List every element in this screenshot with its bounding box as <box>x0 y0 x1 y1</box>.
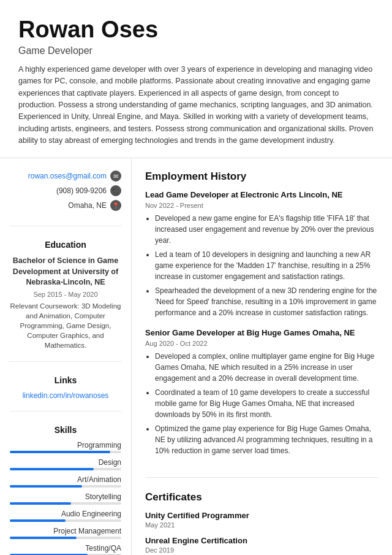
cert-date: May 2021 <box>145 521 379 529</box>
skill-bar-bg <box>10 502 121 505</box>
skill-bar-fill <box>10 468 94 470</box>
edu-dates: Sep 2015 - May 2020 <box>10 291 121 298</box>
skills-section: Skills Programming Design Art/Animation … <box>10 425 121 555</box>
links-title: Links <box>10 375 121 385</box>
skill-bar-bg <box>10 468 121 470</box>
job-block: Senior Game Developer at Big Huge Games … <box>145 328 379 456</box>
certificates-title: Certificates <box>145 491 379 503</box>
candidate-name: Rowan Oses <box>18 17 374 43</box>
job-title: Game Developer <box>18 45 374 56</box>
header-section: Rowan Oses Game Developer A highly exper… <box>0 0 392 158</box>
main-body: rowan.oses@gmail.com ✉ (908) 909-9206 📞 … <box>0 158 392 555</box>
skill-bar-bg <box>10 519 121 522</box>
cert-name: Unity Certified Programmer <box>145 511 379 520</box>
job-bullet: Coordinated a team of 10 game developers… <box>155 387 379 420</box>
skill-bar-bg <box>10 485 121 488</box>
job-bullets: Developed a complex, online multiplayer … <box>145 351 379 456</box>
cert-name: Unreal Engine Certification <box>145 536 379 545</box>
skill-bar-fill <box>10 537 77 539</box>
job-bullet: Led a team of 10 developers in designing… <box>155 249 379 282</box>
job-bullet: Spearheaded the development of a new 3D … <box>155 285 379 318</box>
coursework-label: Relevant Coursework: <box>10 302 80 310</box>
skill-item: Design <box>10 458 121 470</box>
location-icon: 📍 <box>110 200 121 211</box>
skill-label: Art/Animation <box>10 475 121 484</box>
education-block: Bachelor of Science in Game Development … <box>10 256 121 350</box>
location-item: Omaha, NE 📍 <box>10 200 121 211</box>
skill-bar-fill <box>10 451 110 453</box>
job-title-line: Lead Game Developer at Electronic Arts L… <box>145 190 379 201</box>
job-title-line: Senior Game Developer at Big Huge Games … <box>145 328 379 339</box>
coursework-text: Relevant Coursework: 3D Modeling and Ani… <box>10 301 121 350</box>
job-bullet: Developed a complex, online multiplayer … <box>155 351 379 384</box>
cert-block: Unreal Engine Certification Dec 2019 <box>145 536 379 554</box>
job-bullets: Developed a new game engine for EA's fla… <box>145 213 379 318</box>
skill-item: Project Management <box>10 527 121 539</box>
right-column: Employment History Lead Game Developer a… <box>132 158 392 555</box>
skill-item: Art/Animation <box>10 475 121 488</box>
education-title: Education <box>10 240 121 250</box>
skill-item: Programming <box>10 441 121 453</box>
jobs-list: Lead Game Developer at Electronic Arts L… <box>145 190 379 456</box>
job-bullet: Optimized the game play experience for B… <box>155 423 379 456</box>
skill-bar-bg <box>10 537 121 539</box>
job-date: Aug 2020 - Oct 2022 <box>145 340 379 347</box>
employment-title: Employment History <box>145 170 379 183</box>
employment-section: Employment History Lead Game Developer a… <box>145 170 379 478</box>
skill-bar-bg <box>10 451 121 453</box>
email-icon: ✉ <box>110 170 121 182</box>
skill-bar-fill <box>10 519 66 522</box>
skills-list: Programming Design Art/Animation Storyte… <box>10 441 121 555</box>
skill-label: Testing/QA <box>10 544 121 553</box>
cert-date: Dec 2019 <box>145 546 379 554</box>
links-section: Links linkedin.com/in/rowanoses <box>10 375 121 411</box>
email-link[interactable]: rowan.oses@gmail.com <box>28 172 107 180</box>
skill-label: Programming <box>10 441 121 450</box>
location-text: Omaha, NE <box>68 201 107 210</box>
degree-text: Bachelor of Science in Game Development … <box>10 256 121 288</box>
left-column: rowan.oses@gmail.com ✉ (908) 909-9206 📞 … <box>0 158 132 555</box>
linkedin-link[interactable]: linkedin.com/in/rowanoses <box>10 391 121 400</box>
skill-item: Testing/QA <box>10 544 121 555</box>
skill-label: Design <box>10 458 121 467</box>
summary-text: A highly experienced game developer with… <box>18 64 374 147</box>
email-item: rowan.oses@gmail.com ✉ <box>10 170 121 182</box>
education-section: Education Bachelor of Science in Game De… <box>10 240 121 362</box>
skill-label: Storytelling <box>10 492 121 501</box>
phone-icon: 📞 <box>110 185 121 196</box>
cert-block: Unity Certified Programmer May 2021 <box>145 511 379 529</box>
skill-label: Audio Engineering <box>10 510 121 518</box>
job-date: Nov 2022 - Present <box>145 202 379 209</box>
skills-title: Skills <box>10 425 121 435</box>
skill-label: Project Management <box>10 527 121 535</box>
skill-item: Storytelling <box>10 492 121 505</box>
contact-section: rowan.oses@gmail.com ✉ (908) 909-9206 📞 … <box>10 170 121 226</box>
certificates-section: Certificates Unity Certified Programmer … <box>145 491 379 555</box>
job-bullet: Developed a new game engine for EA's fla… <box>155 213 379 246</box>
phone-item: (908) 909-9206 📞 <box>10 185 121 196</box>
skill-bar-fill <box>10 502 71 505</box>
job-block: Lead Game Developer at Electronic Arts L… <box>145 190 379 318</box>
phone-text: (908) 909-9206 <box>56 186 107 195</box>
certs-list: Unity Certified Programmer May 2021 Unre… <box>145 511 379 554</box>
resume-container: Rowan Oses Game Developer A highly exper… <box>0 0 392 555</box>
skill-bar-fill <box>10 485 82 488</box>
skill-item: Audio Engineering <box>10 510 121 522</box>
